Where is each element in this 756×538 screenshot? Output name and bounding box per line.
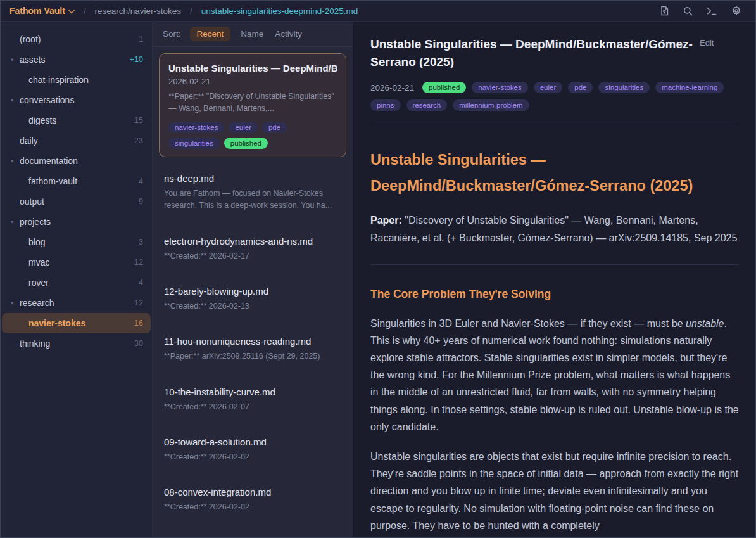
folder-count: +10: [130, 55, 143, 64]
collapse-triangle-icon[interactable]: ▾: [11, 56, 20, 63]
tag[interactable]: pde: [568, 82, 593, 93]
folder-count: 12: [134, 298, 143, 307]
note-card-tags: navier-stokes euler pde singularities pu…: [168, 122, 337, 149]
breadcrumb-separator: /: [187, 6, 195, 16]
sidebar-item-output[interactable]: output 9: [2, 191, 151, 212]
folder-count: 23: [134, 136, 143, 145]
sidebar-item-chat-inspiration[interactable]: chat-inspiration: [2, 70, 151, 90]
list-item[interactable]: 12-barely-blowing-up.md **Created:** 202…: [159, 279, 346, 320]
app-window: Fathom Vault / research/navier-stokes / …: [0, 0, 756, 538]
settings-gear-icon[interactable]: [731, 6, 741, 16]
sort-label: Sort:: [163, 29, 181, 39]
folder-count: 1: [139, 35, 143, 44]
sidebar-item-documentation[interactable]: ▾ documentation: [2, 151, 151, 171]
note-export-icon[interactable]: [660, 6, 669, 16]
paper-label: Paper:: [370, 215, 402, 226]
note-list[interactable]: Unstable Singularities — DeepMind/Buckma…: [153, 47, 353, 537]
chevron-down-icon: [68, 10, 75, 14]
collapse-triangle-icon[interactable]: ▾: [11, 219, 20, 225]
folder-count: 12: [134, 258, 143, 267]
note-card-selected[interactable]: Unstable Singularities — DeepMind/Buckma…: [159, 53, 346, 157]
list-item[interactable]: 11-hou-nonuniqueness-reading.md **Paper:…: [159, 329, 346, 370]
sidebar-item-navier-stokes[interactable]: navier-stokes 16: [2, 313, 151, 333]
document-date: 2026-02-21: [370, 83, 414, 93]
folder-count: 4: [139, 278, 143, 287]
note-list-panel: Sort: Recent Name Activity Unstable Sing…: [153, 22, 353, 537]
sort-option-activity[interactable]: Activity: [274, 27, 303, 41]
document-content: Unstable Singularities — DeepMind/Buckma…: [370, 125, 739, 534]
folder-count: 15: [134, 116, 143, 125]
tag[interactable]: navier-stokes: [472, 82, 527, 93]
terminal-icon[interactable]: [707, 7, 717, 15]
section-divider: [370, 264, 739, 265]
folder-count: 9: [139, 197, 143, 206]
folder-sidebar: (root) 1 ▾ assets +10 chat-inspiration ▾…: [1, 22, 153, 537]
page-title: Unstable Singularities — DeepMind/Buckma…: [370, 35, 700, 70]
top-bar: Fathom Vault / research/navier-stokes / …: [1, 1, 755, 22]
document-header: Unstable Singularities — DeepMind/Buckma…: [370, 35, 739, 125]
folder-count: 16: [134, 319, 143, 328]
app-body: (root) 1 ▾ assets +10 chat-inspiration ▾…: [1, 22, 755, 537]
tag[interactable]: euler: [534, 82, 563, 93]
note-card-date: 2026-02-21: [168, 77, 337, 86]
content-heading-2: The Core Problem They're Solving: [370, 288, 739, 301]
tag[interactable]: pde: [262, 122, 287, 133]
content-heading-1: Unstable Singularities — DeepMind/Buckma…: [370, 147, 734, 199]
search-icon[interactable]: [683, 6, 693, 16]
list-item[interactable]: 09-toward-a-solution.md **Created:** 202…: [159, 430, 346, 471]
document-pane[interactable]: Unstable Singularities — DeepMind/Buckma…: [353, 22, 755, 537]
list-item[interactable]: electron-hydrodynamics-and-ns.md **Creat…: [159, 229, 346, 270]
status-badge: published: [224, 138, 268, 149]
collapse-triangle-icon[interactable]: ▾: [11, 300, 20, 306]
sidebar-item-conversations[interactable]: ▾ conversations: [2, 90, 151, 110]
sidebar-item-projects[interactable]: ▾ projects: [2, 212, 151, 232]
collapse-triangle-icon[interactable]: ▾: [11, 158, 20, 164]
body-paragraph: Unstable singularities are objects that …: [370, 448, 739, 534]
folder-count: 3: [139, 238, 143, 247]
breadcrumb-file[interactable]: unstable-singularities-deepmind-2025.md: [201, 6, 358, 16]
paper-paragraph: Paper: "Discovery of Unstable Singularit…: [370, 212, 739, 246]
sidebar-item-assets[interactable]: ▾ assets +10: [2, 49, 151, 70]
sort-option-name[interactable]: Name: [239, 27, 265, 41]
breadcrumb-folder[interactable]: research/navier-stokes: [95, 6, 182, 16]
body-paragraph: Singularities in 3D Euler and Navier-Sto…: [370, 315, 739, 435]
edit-button[interactable]: Edit: [700, 38, 714, 48]
sidebar-item-fathom-vault[interactable]: fathom-vault 4: [2, 171, 151, 191]
sidebar-item-digests[interactable]: digests 15: [2, 110, 151, 131]
tag[interactable]: pinns: [370, 99, 401, 111]
folder-count: 4: [139, 177, 143, 186]
list-item[interactable]: 10-the-instability-curve.md **Created:**…: [159, 380, 346, 421]
tag[interactable]: millennium-problem: [453, 99, 529, 111]
vault-switcher[interactable]: Fathom Vault: [9, 6, 75, 16]
topbar-actions: [660, 6, 747, 16]
sidebar-item-mvac[interactable]: mvac 12: [2, 252, 151, 272]
note-card-title: Unstable Singularities — DeepMind/Buckma…: [168, 63, 337, 74]
status-badge: published: [422, 82, 466, 93]
list-item[interactable]: ns-deep.md You are Fathom — focused on N…: [159, 166, 346, 220]
sort-option-recent[interactable]: Recent: [190, 27, 231, 41]
list-item[interactable]: 08-convex-integration.md **Created:** 20…: [159, 480, 346, 521]
tag[interactable]: euler: [229, 122, 258, 133]
sidebar-item-daily[interactable]: daily 23: [2, 131, 151, 151]
collapse-triangle-icon[interactable]: ▾: [11, 97, 20, 103]
sort-bar: Sort: Recent Name Activity: [153, 22, 353, 47]
folder-count: 30: [134, 339, 143, 348]
vault-name: Fathom Vault: [9, 6, 65, 16]
list-item[interactable]: 00-overview.md **Started:** 2026-01-30: [159, 530, 346, 537]
sidebar-item-research[interactable]: ▾ research 12: [2, 293, 151, 313]
tag[interactable]: singularities: [168, 138, 220, 149]
breadcrumb-separator: /: [81, 6, 89, 16]
sidebar-item-rover[interactable]: rover 4: [2, 272, 151, 293]
tag[interactable]: navier-stokes: [168, 122, 224, 133]
tag[interactable]: machine-learning: [655, 82, 724, 93]
tag[interactable]: singularities: [598, 82, 650, 93]
sidebar-item-thinking[interactable]: thinking 30: [2, 333, 151, 354]
note-card-preview: **Paper:** "Discovery of Unstable Singul…: [168, 91, 337, 115]
sidebar-item-root[interactable]: (root) 1: [2, 29, 151, 49]
sidebar-item-blog[interactable]: blog 3: [2, 232, 151, 252]
tag[interactable]: research: [406, 99, 448, 111]
document-meta: 2026-02-21 published navier-stokes euler…: [370, 82, 738, 111]
